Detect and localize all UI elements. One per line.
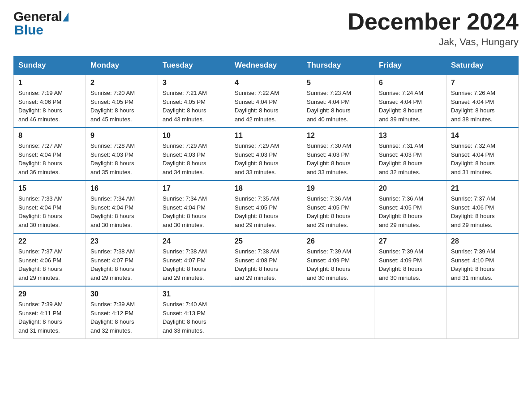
logo-general-text: General [13, 9, 62, 24]
location-text: Jak, Vas, Hungary [348, 36, 519, 48]
calendar-cell: 11Sunrise: 7:29 AMSunset: 4:03 PMDayligh… [230, 128, 302, 180]
month-title: December 2024 [348, 9, 519, 34]
day-number: 25 [235, 237, 297, 245]
weekday-header-tuesday: Tuesday [158, 56, 230, 75]
day-number: 16 [90, 184, 153, 193]
calendar-cell: 22Sunrise: 7:37 AMSunset: 4:06 PMDayligh… [14, 233, 86, 286]
calendar-cell: 4Sunrise: 7:22 AMSunset: 4:04 PMDaylight… [230, 75, 302, 128]
day-info: Sunrise: 7:39 AMSunset: 4:09 PMDaylight:… [379, 247, 442, 282]
calendar-cell: 30Sunrise: 7:39 AMSunset: 4:12 PMDayligh… [86, 286, 158, 339]
calendar-week-row: 8Sunrise: 7:27 AMSunset: 4:04 PMDaylight… [14, 128, 519, 180]
calendar-cell: 15Sunrise: 7:33 AMSunset: 4:04 PMDayligh… [14, 180, 86, 233]
calendar-cell: 2Sunrise: 7:20 AMSunset: 4:05 PMDaylight… [86, 75, 158, 128]
calendar-cell: 3Sunrise: 7:21 AMSunset: 4:05 PMDaylight… [158, 75, 230, 128]
calendar-cell: 14Sunrise: 7:32 AMSunset: 4:04 PMDayligh… [446, 128, 519, 180]
day-info: Sunrise: 7:39 AMSunset: 4:12 PMDaylight:… [90, 300, 153, 335]
calendar-cell: 1Sunrise: 7:19 AMSunset: 4:06 PMDaylight… [14, 75, 86, 128]
day-number: 9 [90, 132, 153, 140]
day-number: 13 [379, 132, 442, 140]
day-info: Sunrise: 7:37 AMSunset: 4:06 PMDaylight:… [451, 194, 514, 229]
day-number: 23 [90, 237, 153, 245]
calendar-cell [446, 286, 519, 339]
day-number: 27 [379, 237, 442, 245]
day-info: Sunrise: 7:37 AMSunset: 4:06 PMDaylight:… [18, 247, 81, 282]
calendar-cell: 20Sunrise: 7:36 AMSunset: 4:05 PMDayligh… [374, 180, 446, 233]
day-number: 14 [451, 132, 514, 140]
day-number: 12 [307, 132, 369, 140]
day-number: 6 [379, 79, 442, 87]
calendar-cell: 12Sunrise: 7:30 AMSunset: 4:03 PMDayligh… [302, 128, 374, 180]
calendar-cell: 13Sunrise: 7:31 AMSunset: 4:03 PMDayligh… [374, 128, 446, 180]
calendar-week-row: 29Sunrise: 7:39 AMSunset: 4:11 PMDayligh… [14, 286, 519, 339]
day-number: 10 [163, 132, 225, 140]
calendar-cell: 10Sunrise: 7:29 AMSunset: 4:03 PMDayligh… [158, 128, 230, 180]
day-info: Sunrise: 7:38 AMSunset: 4:07 PMDaylight:… [163, 247, 225, 282]
calendar-cell [374, 286, 446, 339]
calendar-table: SundayMondayTuesdayWednesdayThursdayFrid… [13, 56, 519, 339]
logo-arrow-icon [63, 13, 69, 21]
weekday-header-sunday: Sunday [14, 56, 86, 75]
day-number: 1 [18, 79, 81, 87]
day-info: Sunrise: 7:38 AMSunset: 4:08 PMDaylight:… [235, 247, 297, 282]
title-area: December 2024 Jak, Vas, Hungary [348, 9, 519, 48]
day-info: Sunrise: 7:20 AMSunset: 4:05 PMDaylight:… [90, 89, 153, 124]
day-info: Sunrise: 7:30 AMSunset: 4:03 PMDaylight:… [307, 141, 369, 176]
day-info: Sunrise: 7:36 AMSunset: 4:05 PMDaylight:… [307, 194, 369, 229]
calendar-cell: 29Sunrise: 7:39 AMSunset: 4:11 PMDayligh… [14, 286, 86, 339]
calendar-cell: 31Sunrise: 7:40 AMSunset: 4:13 PMDayligh… [158, 286, 230, 339]
day-number: 8 [18, 132, 81, 140]
calendar-cell: 9Sunrise: 7:28 AMSunset: 4:03 PMDaylight… [86, 128, 158, 180]
day-info: Sunrise: 7:24 AMSunset: 4:04 PMDaylight:… [379, 89, 442, 124]
day-info: Sunrise: 7:32 AMSunset: 4:04 PMDaylight:… [451, 141, 514, 176]
calendar-cell: 23Sunrise: 7:38 AMSunset: 4:07 PMDayligh… [86, 233, 158, 286]
calendar-week-row: 15Sunrise: 7:33 AMSunset: 4:04 PMDayligh… [14, 180, 519, 233]
calendar-cell [230, 286, 302, 339]
day-info: Sunrise: 7:31 AMSunset: 4:03 PMDaylight:… [379, 141, 442, 176]
day-info: Sunrise: 7:21 AMSunset: 4:05 PMDaylight:… [163, 89, 225, 124]
calendar-cell: 6Sunrise: 7:24 AMSunset: 4:04 PMDaylight… [374, 75, 446, 128]
day-info: Sunrise: 7:22 AMSunset: 4:04 PMDaylight:… [235, 89, 297, 124]
day-number: 29 [18, 290, 81, 298]
weekday-header-wednesday: Wednesday [230, 56, 302, 75]
day-number: 30 [90, 290, 153, 298]
day-number: 19 [307, 184, 369, 193]
day-number: 22 [18, 237, 81, 245]
day-info: Sunrise: 7:39 AMSunset: 4:11 PMDaylight:… [18, 300, 81, 335]
logo: General Blue [13, 9, 69, 38]
calendar-cell: 16Sunrise: 7:34 AMSunset: 4:04 PMDayligh… [86, 180, 158, 233]
day-number: 18 [235, 184, 297, 193]
weekday-header-monday: Monday [86, 56, 158, 75]
day-info: Sunrise: 7:34 AMSunset: 4:04 PMDaylight:… [163, 194, 225, 229]
day-number: 28 [451, 237, 514, 245]
weekday-header-saturday: Saturday [446, 56, 519, 75]
day-info: Sunrise: 7:26 AMSunset: 4:04 PMDaylight:… [451, 89, 514, 124]
day-info: Sunrise: 7:36 AMSunset: 4:05 PMDaylight:… [379, 194, 442, 229]
calendar-cell: 28Sunrise: 7:39 AMSunset: 4:10 PMDayligh… [446, 233, 519, 286]
day-info: Sunrise: 7:39 AMSunset: 4:10 PMDaylight:… [451, 247, 514, 282]
day-info: Sunrise: 7:39 AMSunset: 4:09 PMDaylight:… [307, 247, 369, 282]
logo-blue-text: Blue [14, 22, 69, 38]
calendar-cell: 25Sunrise: 7:38 AMSunset: 4:08 PMDayligh… [230, 233, 302, 286]
calendar-cell: 26Sunrise: 7:39 AMSunset: 4:09 PMDayligh… [302, 233, 374, 286]
calendar-cell: 21Sunrise: 7:37 AMSunset: 4:06 PMDayligh… [446, 180, 519, 233]
day-info: Sunrise: 7:40 AMSunset: 4:13 PMDaylight:… [163, 300, 225, 335]
day-number: 7 [451, 79, 514, 87]
calendar-cell: 24Sunrise: 7:38 AMSunset: 4:07 PMDayligh… [158, 233, 230, 286]
calendar-cell: 5Sunrise: 7:23 AMSunset: 4:04 PMDaylight… [302, 75, 374, 128]
day-number: 24 [163, 237, 225, 245]
day-info: Sunrise: 7:38 AMSunset: 4:07 PMDaylight:… [90, 247, 153, 282]
calendar-week-row: 22Sunrise: 7:37 AMSunset: 4:06 PMDayligh… [14, 233, 519, 286]
day-info: Sunrise: 7:33 AMSunset: 4:04 PMDaylight:… [18, 194, 81, 229]
day-number: 3 [163, 79, 225, 87]
day-info: Sunrise: 7:28 AMSunset: 4:03 PMDaylight:… [90, 141, 153, 176]
calendar-cell: 19Sunrise: 7:36 AMSunset: 4:05 PMDayligh… [302, 180, 374, 233]
day-number: 15 [18, 184, 81, 193]
day-info: Sunrise: 7:19 AMSunset: 4:06 PMDaylight:… [18, 89, 81, 124]
day-number: 17 [163, 184, 225, 193]
day-number: 21 [451, 184, 514, 193]
weekday-header-thursday: Thursday [302, 56, 374, 75]
weekday-header-friday: Friday [374, 56, 446, 75]
day-number: 4 [235, 79, 297, 87]
calendar-cell: 27Sunrise: 7:39 AMSunset: 4:09 PMDayligh… [374, 233, 446, 286]
day-info: Sunrise: 7:27 AMSunset: 4:04 PMDaylight:… [18, 141, 81, 176]
